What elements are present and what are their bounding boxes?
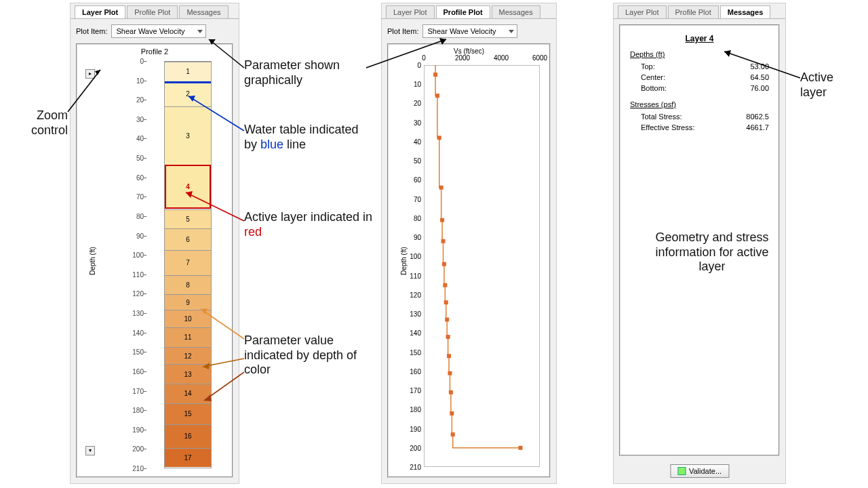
tab-profile-plot[interactable]: Profile Plot	[668, 5, 719, 18]
tab-layer-plot[interactable]: Layer Plot	[386, 5, 435, 18]
stresses-heading: Stresses (psf)	[630, 100, 769, 108]
depths-heading: Depths (ft)	[630, 50, 769, 58]
layer-chart-frame: ▸ ▾ Profile 2 Depth (ft) 123456789101112…	[76, 43, 233, 478]
row-top: Top:53.00	[630, 61, 769, 72]
layer-cell[interactable]: 8	[165, 275, 211, 295]
y-tick-label: 20	[414, 100, 421, 107]
messages-title: Layer 4	[630, 34, 769, 43]
plot-item-row: Plot Item: Shear Wave Velocity	[387, 24, 551, 38]
layer-cell[interactable]: 4	[165, 165, 211, 209]
plot-item-dropdown[interactable]: Shear Wave Velocity	[422, 24, 517, 38]
profile-chart-frame: Vs (ft/sec) Depth (ft) 02000400060000102…	[387, 43, 551, 478]
data-point	[451, 432, 455, 436]
y-tick-label: 110	[123, 270, 144, 278]
layer-cell[interactable]: 3	[165, 106, 211, 165]
chevron-down-icon	[509, 30, 514, 33]
y-tick-label: 60	[414, 176, 421, 184]
data-point	[433, 73, 437, 77]
plot-item-dropdown[interactable]: Shear Wave Velocity	[111, 24, 206, 38]
y-tick-label: 150	[123, 348, 144, 356]
layer-cell[interactable]: 9	[165, 294, 211, 310]
layer-cell[interactable]: 5	[165, 209, 211, 229]
y-tick-label: 210	[123, 465, 144, 472]
data-point	[448, 371, 452, 375]
y-tick-label: 140	[123, 329, 144, 336]
layer-cell[interactable]: 1	[165, 62, 211, 81]
layer-plot-area: 1234567891011121314151617 01020304050607…	[111, 61, 225, 468]
y-tick-label: 0	[123, 58, 144, 65]
data-point	[444, 300, 448, 304]
y-tick-label: 40	[123, 135, 144, 142]
layer-stack: 1234567891011121314151617	[164, 61, 212, 468]
dropdown-value: Shear Wave Velocity	[427, 27, 496, 35]
data-point	[449, 390, 453, 394]
y-tick-label: 120	[410, 291, 421, 298]
zoom-up-icon[interactable]: ▸	[85, 69, 95, 79]
anno-param-shown: Parameter shown graphically	[244, 58, 373, 87]
y-tick-label: 60	[123, 174, 144, 181]
y-tick-label: 170	[410, 387, 421, 394]
tab-profile-plot[interactable]: Profile Plot	[127, 5, 178, 18]
layer-cell[interactable]: 7	[165, 250, 211, 275]
anno-active-layer: Active layer indicated in red	[244, 210, 373, 239]
y-tick-label: 210	[410, 464, 421, 471]
profile-line-chart	[424, 65, 540, 467]
data-point	[446, 335, 450, 339]
data-point	[440, 218, 444, 222]
layer-cell[interactable]: 16	[165, 424, 211, 447]
validate-button[interactable]: Validate...	[670, 464, 729, 478]
layer-cell[interactable]: 12	[165, 347, 211, 365]
y-tick-label: 150	[410, 348, 421, 356]
row-bottom: Bottom:76.00	[630, 83, 769, 94]
layer-cell[interactable]: 10	[165, 310, 211, 327]
data-point	[442, 262, 446, 266]
y-tick-label: 30	[123, 115, 144, 123]
layer-cell[interactable]: 14	[165, 384, 211, 403]
y-tick-label: 70	[123, 193, 144, 201]
layer-cell[interactable]: 6	[165, 228, 211, 249]
profile-y-axis-label: Depth (ft)	[400, 247, 408, 275]
plot-item-label: Plot Item:	[387, 27, 418, 35]
data-point	[439, 186, 443, 190]
tab-messages[interactable]: Messages	[492, 5, 540, 18]
zoom-down-icon[interactable]: ▾	[85, 446, 95, 455]
y-tick-label: 160	[123, 367, 144, 375]
y-tick-label: 80	[414, 214, 421, 222]
tabs-profile: Layer Plot Profile Plot Messages	[386, 3, 556, 18]
tab-layer-plot[interactable]: Layer Plot	[75, 5, 125, 18]
tab-layer-plot[interactable]: Layer Plot	[618, 5, 667, 18]
y-tick-label: 50	[414, 157, 421, 165]
layer-cell[interactable]: 17	[165, 448, 211, 468]
layer-cell[interactable]: 11	[165, 327, 211, 347]
y-tick-label: 90	[414, 234, 421, 241]
layer-cell[interactable]: 15	[165, 403, 211, 424]
y-tick-label: 0	[417, 62, 421, 69]
tab-messages[interactable]: Messages	[720, 5, 771, 18]
water-table-line	[165, 81, 211, 83]
y-tick-label: 10	[123, 77, 144, 84]
y-tick-label: 90	[123, 232, 144, 239]
y-tick-label: 120	[123, 290, 144, 298]
layer-cell[interactable]: 13	[165, 364, 211, 384]
y-tick-label: 200	[410, 444, 421, 451]
tab-messages[interactable]: Messages	[179, 5, 228, 18]
x-tick-label: 0	[422, 54, 426, 62]
y-tick-label: 100	[410, 253, 421, 260]
y-tick-label: 70	[414, 195, 421, 203]
tabs-layer: Layer Plot Profile Plot Messages	[75, 3, 239, 18]
tabs-messages: Layer Plot Profile Plot Messages	[618, 3, 785, 18]
panel-layer-plot: Layer Plot Profile Plot Messages Plot It…	[70, 3, 239, 484]
anno-geom-stress: Geometry and stress information for acti…	[644, 230, 780, 274]
y-tick-label: 180	[123, 407, 144, 414]
panel-profile-plot: Layer Plot Profile Plot Messages Plot It…	[381, 3, 557, 484]
x-tick-label: 4000	[494, 54, 509, 62]
anno-zoom: Zoom control	[27, 108, 68, 138]
row-center: Center:64.50	[630, 72, 769, 83]
layer-y-axis-label: Depth (ft)	[89, 247, 96, 275]
data-point	[441, 239, 446, 243]
data-point	[447, 354, 451, 358]
y-tick-label: 140	[410, 329, 421, 337]
layer-cell[interactable]: 2	[165, 81, 211, 106]
tab-profile-plot[interactable]: Profile Plot	[436, 5, 490, 18]
x-tick-label: 2000	[455, 54, 470, 62]
